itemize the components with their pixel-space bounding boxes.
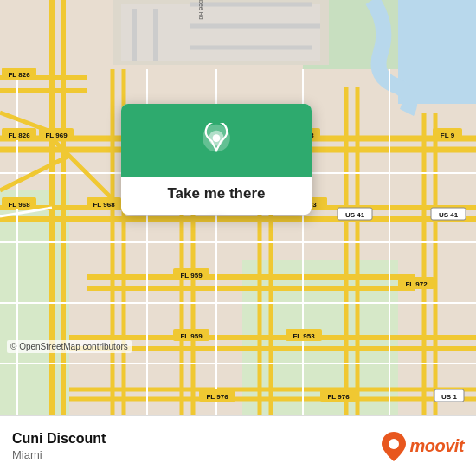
- place-name: Cuni Discount: [12, 431, 106, 447]
- take-me-there-button[interactable]: Take me there: [153, 177, 279, 215]
- moovit-text: moovit: [409, 436, 464, 456]
- svg-text:FL 972: FL 972: [405, 280, 428, 288]
- popup-card: Take me there: [121, 104, 312, 215]
- svg-text:FL 969: FL 969: [45, 132, 68, 139]
- bottom-bar: Cuni Discount Miami moovit: [0, 415, 476, 476]
- svg-text:FL 9: FL 9: [441, 132, 455, 139]
- svg-text:FL 976: FL 976: [206, 393, 228, 401]
- osm-attribution: © OpenStreetMap contributors: [7, 340, 132, 353]
- svg-text:US 41: US 41: [345, 211, 365, 219]
- svg-text:FL 968: FL 968: [8, 201, 30, 209]
- svg-text:FL 826: FL 826: [8, 71, 30, 79]
- svg-text:FL 826: FL 826: [8, 132, 30, 139]
- svg-text:US 1: US 1: [441, 393, 457, 401]
- svg-point-90: [389, 439, 399, 449]
- map: FL 826 FL 826 FL 968 FL 968 FL 969 FL 95…: [0, 0, 476, 415]
- svg-text:FL 959: FL 959: [180, 272, 203, 280]
- svg-text:FL 959: FL 959: [180, 332, 203, 340]
- svg-text:FL 968: FL 968: [93, 201, 115, 209]
- svg-point-89: [213, 134, 221, 142]
- moovit-pin-icon: [382, 432, 406, 461]
- svg-text:FL 976: FL 976: [327, 393, 350, 401]
- location-pin-icon: [197, 123, 235, 161]
- popup-green-area: [121, 104, 312, 177]
- svg-text:Okeechobee Rd: Okeechobee Rd: [198, 0, 204, 20]
- moovit-logo[interactable]: moovit: [382, 432, 464, 461]
- svg-text:US 41: US 41: [439, 211, 459, 219]
- svg-rect-7: [121, 4, 320, 61]
- svg-text:FL 953: FL 953: [293, 332, 315, 340]
- place-info: Cuni Discount Miami: [12, 431, 106, 461]
- place-city: Miami: [12, 448, 106, 461]
